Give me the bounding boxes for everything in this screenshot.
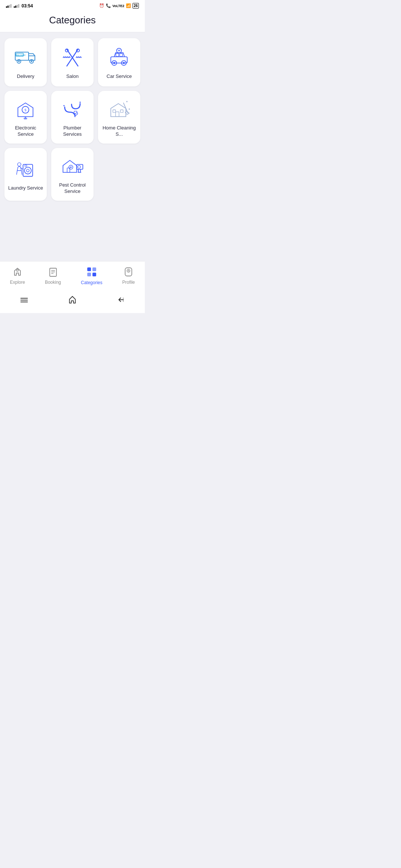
category-card-home-cleaning[interactable]: Home Cleaning S... [98, 91, 140, 144]
svg-point-53 [17, 270, 19, 272]
laundry-icon [13, 158, 39, 181]
nav-item-profile[interactable]: Profile [116, 266, 141, 286]
signal-bars-2 [14, 4, 19, 8]
signal-bars-1 [6, 4, 12, 8]
status-bar: 03:54 ⏰ 📞 VoLTE2 📶 26 [0, 0, 145, 10]
plumber-icon [59, 98, 85, 121]
category-label-laundry: Laundry Service [8, 185, 43, 191]
page-title: Categories [0, 14, 145, 26]
phone-icon: 📞 [106, 3, 111, 8]
categories-label: Categories [81, 280, 102, 285]
category-label-car-service: Car Service [107, 73, 132, 80]
category-card-salon[interactable]: Salon [51, 38, 94, 86]
category-label-electronic: Electronic Service [8, 125, 43, 138]
svg-point-6 [31, 61, 32, 62]
status-right: ⏰ 📞 VoLTE2 📶 26 [99, 3, 139, 9]
status-left: 03:54 [6, 3, 33, 9]
home-cleaning-icon [106, 98, 132, 121]
svg-rect-30 [120, 109, 123, 112]
pest-control-icon [59, 155, 85, 178]
booking-icon [48, 267, 58, 278]
category-card-pest-control[interactable]: Pest Control Service [51, 148, 94, 201]
svg-point-18 [123, 62, 125, 64]
category-card-laundry[interactable]: Laundry Service [4, 148, 47, 201]
category-label-home-cleaning: Home Cleaning S... [102, 125, 137, 138]
category-label-plumber: Plumber Services [55, 125, 90, 138]
battery-indicator: 26 [133, 3, 139, 9]
system-nav-bar [0, 290, 145, 313]
svg-point-16 [113, 62, 115, 64]
svg-point-40 [17, 162, 21, 166]
svg-point-38 [26, 169, 29, 172]
wifi-icon: 📶 [126, 3, 131, 8]
svg-rect-29 [113, 109, 115, 112]
svg-rect-61 [92, 273, 96, 276]
category-label-delivery: Delivery [17, 73, 35, 80]
svg-rect-60 [87, 273, 91, 276]
car-service-icon [106, 47, 132, 69]
svg-line-41 [17, 171, 17, 175]
category-label-pest-control: Pest Control Service [55, 182, 90, 195]
svg-text:DELIVERY: DELIVERY [16, 54, 26, 56]
svg-rect-28 [115, 112, 119, 116]
svg-rect-58 [87, 267, 91, 271]
salon-icon [59, 47, 85, 69]
svg-rect-14 [120, 53, 122, 56]
explore-icon [13, 267, 22, 278]
category-card-car-service[interactable]: Car Service [98, 38, 140, 86]
svg-point-49 [78, 165, 80, 168]
categories-grid: DELIVERY Delivery [0, 32, 145, 261]
system-home-button[interactable] [61, 294, 84, 307]
nav-item-categories[interactable]: Categories [75, 265, 108, 287]
status-time: 03:54 [22, 3, 33, 9]
delivery-icon: DELIVERY [13, 47, 39, 69]
lte-icon: VoLTE2 [113, 4, 124, 8]
system-back-button[interactable] [109, 294, 132, 307]
svg-rect-39 [25, 165, 27, 167]
nav-item-booking[interactable]: Booking [39, 266, 67, 286]
category-label-salon: Salon [66, 73, 78, 80]
category-card-delivery[interactable]: DELIVERY Delivery [4, 38, 47, 86]
svg-point-4 [18, 61, 20, 62]
profile-icon [124, 267, 133, 278]
svg-point-37 [25, 167, 31, 174]
category-card-plumber[interactable]: Plumber Services [51, 91, 94, 144]
nav-item-explore[interactable]: Explore [4, 266, 31, 286]
alarm-icon: ⏰ [99, 3, 104, 8]
category-card-electronic[interactable]: Electronic Service [4, 91, 47, 144]
booking-label: Booking [45, 280, 61, 285]
system-menu-button[interactable] [13, 295, 36, 306]
svg-rect-12 [111, 57, 127, 63]
explore-label: Explore [10, 280, 25, 285]
svg-rect-59 [92, 267, 96, 271]
page-header: Categories [0, 10, 145, 32]
bottom-nav: Explore Booking Categories [0, 261, 145, 290]
profile-label: Profile [122, 280, 135, 285]
categories-icon [87, 267, 97, 279]
electronic-icon [13, 98, 39, 121]
svg-rect-54 [50, 268, 56, 276]
svg-line-42 [21, 171, 22, 175]
svg-rect-13 [116, 53, 118, 56]
